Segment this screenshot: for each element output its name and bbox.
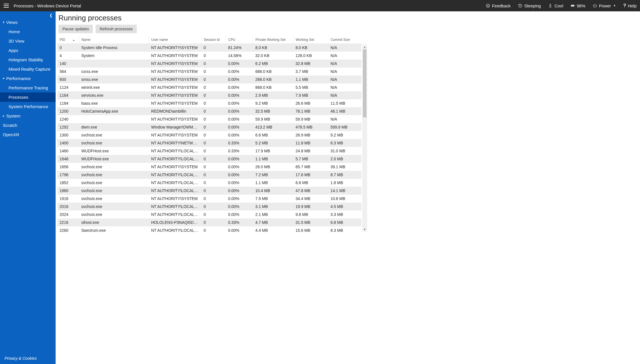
cell-pws: 32.0 KB [253,52,293,60]
cell-user: Window Manager\DWM… [149,123,201,131]
cell-pid: 2016 [57,203,79,211]
cell-pid: 1656 [57,163,79,171]
sidebar-item-home[interactable]: Home [0,27,56,36]
cell-cpu: 0.00% [226,60,253,68]
table-row[interactable]: 2016svchost.exeNT AUTHORITY\LOCAL …00.00… [57,203,361,211]
table-row[interactable]: 1400svchost.exeNT AUTHORITY\NETWO…00.33%… [57,139,361,147]
cell-user: NT AUTHORITY\SYSTEM [149,44,201,52]
column-header-commit-size[interactable]: Commit Size [328,36,361,44]
table-row[interactable]: 1648WUDFHost.exeNT AUTHORITY\LOCAL …00.0… [57,155,361,163]
scroll-down-icon[interactable]: ▼ [362,227,367,232]
cell-sess: 0 [201,155,226,163]
collapse-sidebar-icon[interactable]: ❮ [48,12,54,19]
hamburger-icon[interactable] [3,3,9,9]
vertical-scrollbar[interactable]: ▲ ▼ [362,45,367,232]
cell-ws: 65.7 MB [293,163,328,171]
table-row[interactable]: 1240NT AUTHORITY\SYSTEM00.00%59.9 MB59.9… [57,115,361,123]
cell-sess: 0 [201,211,226,218]
cell-user: NT AUTHORITY\SYSTEM [149,60,201,68]
cell-name: sihost.exe [79,218,149,226]
scroll-up-icon[interactable]: ▲ [362,45,367,49]
cell-pws: 17.9 MB [253,147,293,155]
feedback-button[interactable]: Feedback [486,3,511,8]
cell-pid: 1240 [57,115,79,123]
table-row[interactable]: 1124wininit.exeNT AUTHORITY\SYSTEM00.00%… [57,83,361,91]
table-row[interactable]: 1300svchost.exeNT AUTHORITY\SYSTEM00.00%… [57,131,361,139]
column-header-name[interactable]: Name [79,36,149,44]
sidebar-section-system[interactable]: ▸System [0,111,56,121]
cell-user: NT AUTHORITY\LOCAL … [149,203,201,211]
cell-ws: 478.5 MB [293,123,328,131]
sidebar-item-performance-tracing[interactable]: Performance Tracing [0,83,56,92]
cell-cpu: 0.00% [226,115,253,123]
svg-rect-5 [571,5,574,6]
cell-sess: 0 [201,68,226,75]
cell-pid: 1200 [57,107,79,115]
table-row[interactable]: 1852svchost.exeNT AUTHORITY\LOCAL …00.00… [57,179,361,187]
table-row[interactable]: 1796svchost.exeNT AUTHORITY\LOCAL …00.00… [57,171,361,179]
pause-updates-button[interactable]: Pause updates [58,25,93,33]
table-row[interactable]: 1164services.exeNT AUTHORITY\SYSTEM00.00… [57,91,361,99]
sidebar-section-label: System [6,113,20,118]
scroll-track[interactable] [362,49,367,227]
cell-ws: 78.1 MB [293,107,328,115]
sidebar-item-openxr[interactable]: OpenXR [0,130,56,139]
cell-name: svchost.exe [79,179,149,187]
cell-cpu: 0.00% [226,68,253,75]
table-row[interactable]: 564csrss.exeNT AUTHORITY\SYSTEM00.00%688… [57,68,361,75]
scroll-thumb[interactable] [363,49,367,117]
battery-status[interactable]: 98% [570,3,585,8]
sidebar-item-3d-view[interactable]: 3D View [0,36,56,46]
table-row[interactable]: 1292dwm.exeWindow Manager\DWM…00.00%413.… [57,123,361,131]
sidebar-item-apps[interactable]: Apps [0,46,56,55]
column-header-session-id[interactable]: Session Id [201,36,226,44]
column-header-user-name[interactable]: User name [149,36,201,44]
table-row[interactable]: 2024svchost.exeNT AUTHORITY\LOCAL …00.00… [57,211,361,218]
table-row[interactable]: 600smss.exeNT AUTHORITY\SYSTEM00.00%268.… [57,75,361,83]
table-row[interactable]: 140NT AUTHORITY\SYSTEM00.00%6.2 MB32.8 M… [57,60,361,68]
sidebar-section-views[interactable]: ▾Views [0,18,56,27]
column-header-private-working-set[interactable]: Private Working Set [253,36,293,44]
sleeping-status[interactable]: Sleeping [518,3,541,8]
sidebar-item-mixed-reality-capture[interactable]: Mixed Reality Capture [0,64,56,74]
table-row[interactable]: 1184lsass.exeNT AUTHORITY\SYSTEM00.00%9.… [57,99,361,107]
cell-user: NT AUTHORITY\SYSTEM [149,99,201,107]
sidebar-item-processes[interactable]: Processes [0,92,56,102]
cell-pws: 7.2 MB [253,171,293,179]
table-row[interactable]: 2260Spectrum.exeNT AUTHORITY\LOCAL …00.0… [57,226,361,232]
cell-ws: 24.8 MB [293,147,328,155]
cell-user: NT AUTHORITY\LOCAL … [149,155,201,163]
cell-pws: 59.9 MB [253,115,293,123]
help-button[interactable]: ? Help [623,3,637,9]
column-header-pid[interactable]: PID▲ [57,36,79,44]
sidebar-item-scratch[interactable]: Scratch [0,121,56,130]
cell-pws: 4.7 MB [253,218,293,226]
power-menu[interactable]: Power ▼ [593,3,616,8]
cell-user: NT AUTHORITY\SYSTEM [149,83,201,91]
sidebar-section-performance[interactable]: ▾Performance [0,74,56,83]
table-row[interactable]: 1460WUDFHost.exeNT AUTHORITY\LOCAL …00.3… [57,147,361,155]
cell-name: svchost.exe [79,211,149,218]
table-row[interactable]: 4SystemNT AUTHORITY\SYSTEM014.58%32.0 KB… [57,52,361,60]
cell-cpu: 81.24% [226,44,253,52]
temperature-status[interactable]: Cool [548,3,563,8]
refresh-processes-button[interactable]: Refresh processes [96,25,137,33]
column-header-cpu[interactable]: CPU [226,36,253,44]
column-header-working-set[interactable]: Working Set [293,36,328,44]
table-row[interactable]: 1860svchost.exeNT AUTHORITY\LOCAL …00.00… [57,187,361,195]
table-row[interactable]: 1656svchost.exeNT AUTHORITY\SYSTEM00.00%… [57,163,361,171]
privacy-cookies-link[interactable]: Privacy & Cookies [0,354,56,364]
table-row[interactable]: 1916svchost.exeNT AUTHORITY\SYSTEM00.00%… [57,195,361,203]
cell-commit: 1.8 MB [328,179,361,187]
sidebar-item-hologram-stability[interactable]: Hologram Stability [0,55,56,64]
sidebar-item-system-performance[interactable]: System Performance [0,102,56,111]
thermometer-icon [548,3,553,8]
cell-commit: 599.9 MB [328,123,361,131]
cell-cpu: 0.00% [226,195,253,203]
table-row[interactable]: 0System Idle ProcessNT AUTHORITY\SYSTEM0… [57,44,361,52]
page-title: Running processes [57,12,640,25]
table-row[interactable]: 2216sihost.exeHOLOLENS-P3NAQ6\De…00.33%4… [57,218,361,226]
cell-cpu: 0.00% [226,211,253,218]
table-row[interactable]: 1200HoloCameraApp.exeREDMOND\ambillin00.… [57,107,361,115]
cell-name [79,60,149,68]
